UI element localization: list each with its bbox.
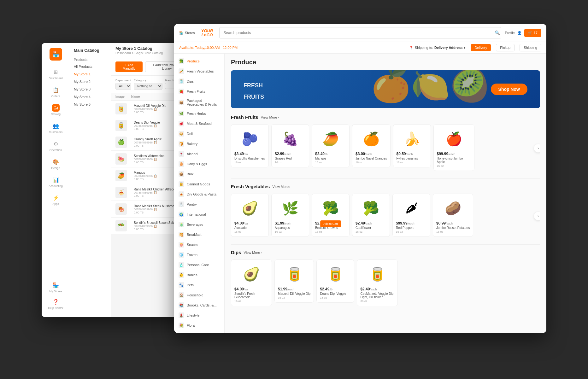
- search-input[interactable]: [219, 27, 501, 38]
- sidebar-cat-personal-care[interactable]: 🧴 Personal Care: [174, 260, 224, 270]
- sidebar-cat-bulk[interactable]: 📦 Bulk: [174, 169, 224, 179]
- sidebar-cat-alcohol[interactable]: 🍷 Alcohol: [174, 149, 224, 159]
- category-filter: Category Nothing se...: [134, 79, 162, 90]
- product-card-name: Marzetti Dill Veggie Dip: [278, 292, 310, 295]
- sidebar-cat-boooks,-cards,-&...[interactable]: 📚 Boooks, Cards, &...: [174, 300, 224, 310]
- sidebar-item-catalog[interactable]: 🗂 Catalog: [43, 102, 68, 118]
- product-card[interactable]: 🍎 $99.99/each Honeycrisp Jumbo Apple 16 …: [433, 124, 474, 171]
- product-card[interactable]: 🥔 $0.99/each Jumbo Russet Potatoes 16 oz: [433, 194, 473, 237]
- cat-label: Fresh Fruits: [187, 90, 205, 93]
- fresh-fruits-scroll-arrow[interactable]: ›: [534, 144, 540, 153]
- delivery-button[interactable]: Delivery: [471, 44, 491, 51]
- dips-view-more[interactable]: View More ›: [244, 251, 262, 254]
- sidebar-cat-household[interactable]: 🏠 Household: [174, 290, 224, 300]
- sidebar-cat-meat-&-seafood[interactable]: 🥩 Meat & Seafood: [174, 119, 224, 129]
- sidebar-cat-breakfast[interactable]: 🥞 Breakfast: [174, 230, 224, 240]
- cat-icon: 🍿: [179, 242, 184, 248]
- nav-my-store-5[interactable]: My Store 5: [70, 101, 111, 108]
- sidebar-item-customers[interactable]: 👥 Customers: [43, 120, 68, 136]
- product-card[interactable]: 🍌 $0.59/each Fyffes bananas 16 oz: [393, 124, 431, 167]
- sidebar-cat-dips[interactable]: 🫙 Dips: [174, 76, 224, 86]
- product-card-size: 16 oz: [234, 230, 265, 233]
- sidebar-cat-produce[interactable]: 🥦 Produce: [174, 56, 224, 66]
- sidebar-cat-lifestyle[interactable]: 💄 Lifestyle: [174, 310, 224, 320]
- product-card[interactable]: 🥦 $2.49/lb Broccoli Crowns 16 oz: [312, 194, 350, 237]
- cat-icon: 🍝: [179, 191, 184, 197]
- product-card[interactable]: 🥫 $1.99/each Marzetti Dill Veggie Dip 16…: [274, 259, 314, 303]
- product-card[interactable]: 🥭 $2.49/lb Mangos 16 oz: [312, 124, 350, 167]
- sidebar-item-design[interactable]: 🎨 Design: [43, 155, 68, 172]
- sidebar-item-operation[interactable]: ⚙ Operation: [43, 137, 68, 154]
- banner-shop-button[interactable]: Shop Now: [491, 84, 527, 95]
- sidebar-item-mystores[interactable]: 🏪 My Stores: [43, 279, 68, 295]
- stores-nav-link[interactable]: 🏪 Stores: [179, 31, 195, 35]
- product-card-size: 36 oz: [360, 300, 394, 303]
- sidebar-cat-dairy-&-eggs[interactable]: 🥚 Dairy & Eggs: [174, 159, 224, 169]
- sidebar-item-orders[interactable]: 📋 Orders: [43, 84, 68, 100]
- add-to-cart-button[interactable]: Add to Cart: [320, 220, 341, 227]
- product-card[interactable]: 🥫 $2.49/each CauMarzetti Veggie Dip, Lig…: [357, 259, 398, 306]
- cart-button[interactable]: 🛒 17: [524, 29, 541, 37]
- sidebar-cat-pantry[interactable]: 🧂 Pantry: [174, 199, 224, 209]
- product-card[interactable]: 🥫 $2.49/lb Deans Dip, Veggie 18 oz: [316, 259, 354, 303]
- cat-label: Bakery: [187, 142, 197, 146]
- product-card[interactable]: 🥦 $2.49/each Cauliflower 16 oz: [352, 194, 390, 237]
- product-card-price: $99.99/each: [396, 221, 427, 225]
- sidebar-cat-canned-goods[interactable]: 🥫 Canned Goods: [174, 179, 224, 189]
- price-unit: /each: [408, 222, 415, 225]
- sidebar-cat-pets[interactable]: 🐾 Pets: [174, 280, 224, 290]
- cat-label: Produce: [187, 59, 200, 63]
- product-card[interactable]: 🥑 $4.00/ea Avocado 16 oz: [231, 194, 269, 237]
- department-select[interactable]: All: [115, 83, 131, 90]
- cat-label: Pets: [187, 283, 194, 287]
- sidebar-cat-floral[interactable]: 💐 Floral: [174, 320, 224, 330]
- veg-divider: [231, 244, 540, 245]
- sidebar-cat-fresh-fruits[interactable]: 🍓 Fresh Fruits: [174, 86, 224, 96]
- product-card[interactable]: 🍇 $2.99/each Grapes Red 16 oz: [271, 124, 309, 167]
- nav-my-store-3[interactable]: My Store 3: [70, 85, 111, 93]
- sidebar-item-help[interactable]: ❓ Help Center: [43, 295, 68, 312]
- fresh-vegetables-view-more[interactable]: View More ›: [272, 185, 290, 189]
- sidebar-cat-packaged-vegetables-&-fruits[interactable]: 📦 Packaged Vegetables & Fruits: [174, 96, 224, 108]
- price-unit: /each: [365, 153, 372, 156]
- sidebar-cat-fresh-herbs[interactable]: 🌿 Fresh Herbs: [174, 108, 224, 119]
- sidebar-cat-beverages[interactable]: 🧃 Beverages: [174, 219, 224, 230]
- sidebar-item-apps[interactable]: ⚡ Apps: [43, 191, 68, 208]
- product-card[interactable]: 🍊 $3.00/each Jumbo Navel Oranges 16 oz: [352, 124, 391, 167]
- product-card[interactable]: 🥑 $4.00/ea Sendik's Fresh Guacamole 16 o…: [231, 259, 272, 306]
- product-card[interactable]: 🌶 $99.99/each Red Peppers 16 oz: [392, 194, 430, 237]
- category-select[interactable]: Nothing se...: [134, 83, 162, 90]
- store-logo: YOUR LoGO: [199, 29, 216, 37]
- sidebar-cat-gift-wrap[interactable]: 🎁 Gift Wrap: [174, 330, 224, 333]
- banner-decoration: 🍊🍋🥝: [371, 70, 490, 104]
- sidebar-cat-babies[interactable]: 👶 Babies: [174, 270, 224, 280]
- stores-label: Stores: [185, 31, 195, 35]
- add-manually-button[interactable]: + Add Manually: [115, 61, 143, 72]
- product-card-image: 🍊: [356, 128, 387, 150]
- nav-my-store-4[interactable]: My Store 4: [70, 93, 111, 101]
- nav-section-title: Products: [70, 56, 111, 63]
- sidebar-cat-frozen[interactable]: 🧊 Frozen: [174, 250, 224, 260]
- fresh-fruits-products: 🫐 $3.49/ea Driscoll's Raspberries 16 oz …: [231, 124, 474, 171]
- delivery-address[interactable]: Delivery Address: [434, 46, 462, 50]
- sidebar-cat-dry-goods-&-pasta[interactable]: 🍝 Dry Goods & Pasta: [174, 189, 224, 199]
- sidebar-cat-international[interactable]: 🌍 International: [174, 209, 224, 219]
- sidebar-cat-deli[interactable]: 🥪 Deli: [174, 129, 224, 139]
- sidebar-cat-fresh-vegetables[interactable]: 🥕 Fresh Vegetables: [174, 66, 224, 76]
- sidebar-item-dashboard[interactable]: ⊞ Dashboard: [43, 66, 68, 82]
- search-button[interactable]: 🔍: [495, 30, 500, 35]
- nav-my-store-1[interactable]: My Store 1: [70, 70, 111, 78]
- nav-my-store-2[interactable]: My Store 2: [70, 78, 111, 85]
- pickup-button[interactable]: Pickup: [496, 44, 514, 51]
- product-card[interactable]: 🌿 $1.99/each Asparagus 16 oz: [271, 194, 309, 237]
- product-card[interactable]: 🫐 $3.49/ea Driscoll's Raspberries 16 oz: [231, 124, 269, 167]
- product-card-name: Mangos: [315, 157, 346, 160]
- fresh-veg-scroll-arrow[interactable]: ›: [534, 212, 540, 220]
- sidebar-item-accounting[interactable]: 📊 Accounting: [43, 173, 68, 190]
- sidebar-cat-bakery[interactable]: 🍞 Bakery: [174, 139, 224, 149]
- sidebar-cat-snacks[interactable]: 🍿 Snacks: [174, 240, 224, 250]
- fresh-fruits-view-more[interactable]: View More ›: [261, 115, 279, 119]
- shipping-button[interactable]: Shipping: [520, 44, 541, 51]
- nav-all-products[interactable]: All Products: [70, 63, 111, 70]
- cat-label: Packaged Vegetables & Fruits: [187, 99, 220, 106]
